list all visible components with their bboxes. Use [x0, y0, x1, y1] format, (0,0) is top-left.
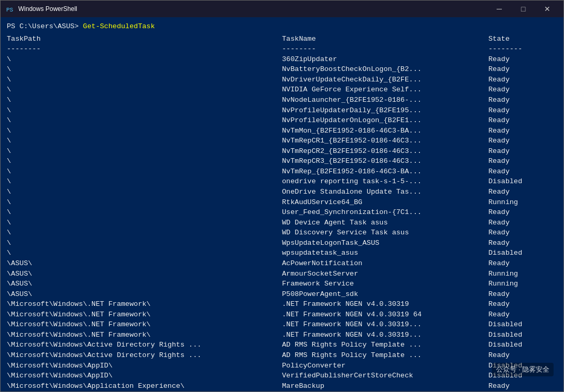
task-state: Ready — [488, 126, 557, 136]
task-path: \ — [7, 75, 282, 85]
task-name: PolicyConverter — [282, 361, 488, 371]
task-name: NvTmMon_{B2FE1952-0186-46C3-BA... — [282, 126, 488, 136]
maximize-button[interactable]: □ — [511, 1, 535, 17]
header-state: State — [488, 34, 557, 44]
task-state: Running — [488, 197, 557, 208]
task-name: User_Feed_Synchronization-{7C1... — [282, 207, 488, 218]
table-row: \360ZipUpdaterReady — [7, 54, 557, 65]
task-state: Ready — [488, 136, 557, 146]
table-row: \NvProfileUpdaterOnLogon_{B2FE1...Ready — [7, 115, 557, 126]
window-controls: ─ □ ✕ — [487, 1, 559, 17]
table-row: \NvNodeLauncher_{B2FE1952-0186-...Ready — [7, 95, 557, 105]
task-name: WD Device Agent Task asus — [282, 218, 488, 228]
window-title: Windows PowerShell — [18, 5, 487, 13]
task-rows: \360ZipUpdaterReady\NvBatteryBoostCheckO… — [7, 54, 557, 391]
task-name: NvTmRepCR2_{B2FE1952-0186-46C3... — [282, 146, 488, 157]
task-name: Framework Service — [282, 279, 488, 289]
task-name: NvNodeLauncher_{B2FE1952-0186-... — [282, 95, 488, 105]
table-row: \WD Device Agent Task asusReady — [7, 218, 557, 228]
task-path: \Microsoft\Windows\AppID\ — [7, 361, 282, 371]
task-state: Ready — [488, 187, 557, 197]
task-state: Disabled — [488, 176, 557, 187]
table-header: TaskPath TaskName State — [7, 34, 557, 44]
prompt-text: PS C:\Users\ASUS> — [7, 22, 83, 30]
task-path: \Microsoft\Windows\.NET Framework\ — [7, 319, 282, 330]
table-row: \ASUS\AcPowerNotificationReady — [7, 258, 557, 269]
task-state: Ready — [488, 238, 557, 248]
task-state: Ready — [488, 391, 557, 391]
task-name: RtkAudUService64_BG — [282, 197, 488, 208]
task-state: Ready — [488, 258, 557, 269]
task-path: \ASUS\ — [7, 289, 282, 300]
task-state: Ready — [488, 115, 557, 126]
task-name: NvTmRepCR3_{B2FE1952-0186-46C3... — [282, 156, 488, 167]
task-state: Ready — [488, 289, 557, 300]
task-name: AD RMS Rights Policy Template ... — [282, 350, 488, 361]
task-path: \ — [7, 176, 282, 187]
task-path: \Microsoft\Windows\.NET Framework\ — [7, 299, 282, 310]
task-path: \ — [7, 95, 282, 105]
svg-text:PS: PS — [6, 7, 14, 13]
task-name: wpsupdatetask_asus — [282, 248, 488, 258]
task-name: NvProfileUpdaterOnLogon_{B2FE1... — [282, 115, 488, 126]
task-path: \ASUS\ — [7, 258, 282, 269]
task-state: Ready — [488, 54, 557, 65]
table-row: \Microsoft\Windows\AppID\VerifiedPublish… — [7, 371, 557, 381]
task-state: Ready — [488, 299, 557, 310]
prompt-line: PS C:\Users\ASUS> Get-ScheduledTask — [7, 21, 557, 32]
task-path: \ — [7, 156, 282, 167]
task-state: Ready — [488, 310, 557, 320]
table-row: \NvTmMon_{B2FE1952-0186-46C3-BA...Ready — [7, 126, 557, 136]
task-state: Ready — [488, 64, 557, 75]
terminal-body[interactable]: PS C:\Users\ASUS> Get-ScheduledTask Task… — [1, 17, 563, 391]
sep-path: -------- — [7, 44, 282, 54]
task-name: OneDrive Standalone Update Tas... — [282, 187, 488, 197]
task-path: \Microsoft\Windows\Active Directory Righ… — [7, 340, 282, 350]
sep-state: -------- — [488, 44, 557, 54]
task-name: NvProfileUpdaterDaily_{B2FE195... — [282, 105, 488, 116]
table-row: \OneDrive Standalone Update Tas...Ready — [7, 187, 557, 197]
task-path: \Microsoft\Windows\Active Directory Righ… — [7, 350, 282, 361]
task-name: NVIDIA GeForce Experience Self... — [282, 85, 488, 95]
task-path: \ASUS\ — [7, 269, 282, 279]
table-row: \NvBatteryBoostCheckOnLogon_{B2...Ready — [7, 64, 557, 75]
table-row: \NvTmRepCR1_{B2FE1952-0186-46C3...Ready — [7, 136, 557, 146]
task-state: Ready — [488, 85, 557, 95]
sep-name: -------- — [282, 44, 488, 54]
task-state: Ready — [488, 218, 557, 228]
table-row: \Microsoft\Windows\.NET Framework\.NET F… — [7, 330, 557, 340]
table-row: \NvTmRepCR2_{B2FE1952-0186-46C3...Ready — [7, 146, 557, 157]
task-state: Disabled — [488, 330, 557, 340]
task-path: \ — [7, 228, 282, 238]
table-row: \Microsoft\Windows\AppID\PolicyConverter… — [7, 361, 557, 371]
task-name: WpsUpdateLogonTask_ASUS — [282, 238, 488, 248]
minimize-button[interactable]: ─ — [487, 1, 511, 17]
task-name: .NET Framework NGEN v4.0.30319... — [282, 319, 488, 330]
table-row: \User_Feed_Synchronization-{7C1...Ready — [7, 207, 557, 218]
task-path: \ — [7, 54, 282, 65]
task-state: Disabled — [488, 340, 557, 350]
task-name: WD Discovery Service Task asus — [282, 228, 488, 238]
task-path: \ — [7, 207, 282, 218]
task-path: \ — [7, 85, 282, 95]
table-row: \NvTmRepCR3_{B2FE1952-0186-46C3...Ready — [7, 156, 557, 167]
task-name: Microsoft Compatibility Appraiser — [282, 391, 488, 391]
app-icon: PS — [5, 4, 15, 14]
task-path: \ — [7, 126, 282, 136]
task-state: Ready — [488, 381, 557, 391]
table-row: \Microsoft\Windows\Application Experienc… — [7, 391, 557, 391]
task-name: .NET Framework NGEN v4.0.30319... — [282, 330, 488, 340]
table-row: \wpsupdatetask_asusDisabled — [7, 248, 557, 258]
task-state: Running — [488, 269, 557, 279]
task-state: Ready — [488, 228, 557, 238]
task-state: Disabled — [488, 319, 557, 330]
table-row: \NvProfileUpdaterDaily_{B2FE195...Ready — [7, 105, 557, 116]
task-path: \ — [7, 105, 282, 116]
close-button[interactable]: ✕ — [535, 1, 559, 17]
task-state: Ready — [488, 95, 557, 105]
table-row: \WD Discovery Service Task asusReady — [7, 228, 557, 238]
task-state: Ready — [488, 207, 557, 218]
table-row: \Microsoft\Windows\.NET Framework\.NET F… — [7, 310, 557, 320]
task-name: AcPowerNotification — [282, 258, 488, 269]
task-name: NvTmRep_{B2FE1952-0186-46C3-BA... — [282, 167, 488, 177]
